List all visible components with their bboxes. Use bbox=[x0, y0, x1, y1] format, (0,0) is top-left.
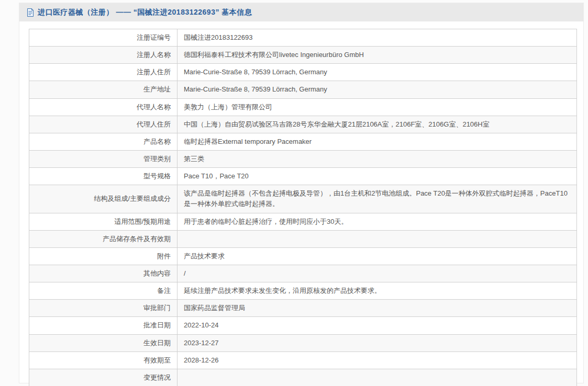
row-label: 有效期至 bbox=[29, 351, 177, 369]
table-row: 附件产品技术要求 bbox=[29, 247, 577, 265]
row-label: 产品储存条件及有效期 bbox=[29, 230, 177, 247]
table-row: 审批部门国家药品监督管理局 bbox=[29, 300, 577, 317]
row-value: 延续注册产品技术要求未发生变化，沿用原核发的产品技术要求。 bbox=[177, 282, 577, 300]
row-value: Marie-Curie-Straße 8, 79539 Lörrach, Ger… bbox=[177, 64, 577, 81]
row-value-text: 2023-12-27 bbox=[184, 339, 219, 347]
row-label: 变更情况 bbox=[29, 369, 177, 386]
row-value-text: 美敦力（上海）管理有限公司 bbox=[184, 103, 272, 111]
row-label: 结构及组成/主要组成成分 bbox=[29, 185, 177, 213]
row-label: 注册证编号 bbox=[29, 29, 177, 47]
row-value-text: 第三类 bbox=[184, 155, 204, 163]
table-row: 适用范围/预期用途用于患者的临时心脏起搏治疗，使用时间应小于30天。 bbox=[29, 213, 577, 230]
table-row: 其他内容/ bbox=[29, 265, 577, 282]
row-label-text: 注册人住所 bbox=[137, 68, 171, 76]
row-label: 代理人名称 bbox=[29, 98, 177, 116]
table-row: 产品名称临时起搏器External temporary Pacemaker bbox=[29, 133, 577, 150]
table-row: 代理人住所中国（上海）自由贸易试验区马吉路28号东华金融大厦21层2106A室，… bbox=[29, 116, 577, 133]
table-row: 注册人名称德国利福泰科工程技术有限公司livetec Ingenieurbüro… bbox=[29, 47, 577, 64]
row-label-text: 批准日期 bbox=[143, 321, 171, 329]
row-value: 2022-10-24 bbox=[177, 317, 577, 334]
row-value-text: 中国（上海）自由贸易试验区马吉路28号东华金融大厦21层2106A室，2106F… bbox=[184, 120, 490, 128]
row-value bbox=[177, 369, 577, 386]
row-value-text: Marie-Curie-Straße 8, 79539 Lörrach, Ger… bbox=[184, 85, 327, 93]
table-row: 注册证编号国械注进20183122693 bbox=[29, 29, 577, 47]
row-label-text: 审批部门 bbox=[143, 304, 171, 312]
row-value-text: 德国利福泰科工程技术有限公司livetec Ingenieurbüro GmbH bbox=[184, 51, 364, 59]
row-value: 国家药品监督管理局 bbox=[177, 300, 577, 317]
row-value: 产品技术要求 bbox=[177, 247, 577, 265]
row-label: 注册人名称 bbox=[29, 47, 177, 64]
row-value: / bbox=[177, 265, 577, 282]
row-value: Pace T10，Pace T20 bbox=[177, 168, 577, 185]
row-label-text: 型号规格 bbox=[143, 172, 171, 180]
row-value: 中国（上海）自由贸易试验区马吉路28号东华金融大厦21层2106A室，2106F… bbox=[177, 116, 577, 133]
row-value-text: Pace T10，Pace T20 bbox=[184, 172, 249, 180]
row-label-text: 管理类别 bbox=[143, 155, 171, 163]
row-value-text: 国家药品监督管理局 bbox=[184, 304, 245, 312]
row-label-text: 生效日期 bbox=[143, 339, 171, 347]
table-row: 批准日期2022-10-24 bbox=[29, 317, 577, 334]
row-label-text: 附件 bbox=[157, 252, 171, 260]
row-label: 批准日期 bbox=[29, 317, 177, 334]
row-label: 型号规格 bbox=[29, 168, 177, 185]
row-value-text: 临时起搏器External temporary Pacemaker bbox=[184, 138, 312, 145]
table-row: 结构及组成/主要组成成分该产品是临时起搏器（不包含起搏电极及导管），由1台主机和… bbox=[29, 185, 577, 213]
row-value: Marie-Curie-Straße 8, 79539 Lörrach, Ger… bbox=[177, 81, 577, 98]
row-value bbox=[177, 230, 577, 247]
row-label: 附件 bbox=[29, 247, 177, 265]
row-value-text: Marie-Curie-Straße 8, 79539 Lörrach, Ger… bbox=[184, 68, 327, 76]
row-value-text: 产品技术要求 bbox=[184, 252, 225, 260]
row-value: 该产品是临时起搏器（不包含起搏电极及导管），由1台主机和2节电池组成。Pace … bbox=[177, 185, 577, 213]
row-label-text: 产品储存条件及有效期 bbox=[103, 235, 171, 243]
row-label: 代理人住所 bbox=[29, 116, 177, 133]
table-row: 管理类别第三类 bbox=[29, 150, 577, 167]
row-value: 2028-12-26 bbox=[177, 351, 577, 369]
row-label: 产品名称 bbox=[29, 133, 177, 150]
row-label-text: 代理人名称 bbox=[137, 103, 171, 111]
registration-info-table: 注册证编号国械注进20183122693注册人名称德国利福泰科工程技术有限公司l… bbox=[29, 29, 577, 386]
row-value-text: 2022-10-24 bbox=[184, 321, 219, 329]
table-row: 产品储存条件及有效期 bbox=[29, 230, 577, 247]
row-label: 管理类别 bbox=[29, 150, 177, 167]
row-value: 临时起搏器External temporary Pacemaker bbox=[177, 133, 577, 150]
table-row: 注册人住所Marie-Curie-Straße 8, 79539 Lörrach… bbox=[29, 64, 577, 81]
row-label-text: 注册人名称 bbox=[137, 51, 171, 59]
card-body: 注册证编号国械注进20183122693注册人名称德国利福泰科工程技术有限公司l… bbox=[19, 21, 583, 386]
row-value-text: 延续注册产品技术要求未发生变化，沿用原核发的产品技术要求。 bbox=[184, 287, 381, 294]
row-value-text: 国械注进20183122693 bbox=[184, 33, 253, 41]
table-row: 生产地址Marie-Curie-Straße 8, 79539 Lörrach,… bbox=[29, 81, 577, 98]
row-value: 2023-12-27 bbox=[177, 334, 577, 351]
row-label-text: 备注 bbox=[157, 287, 171, 294]
row-label: 其他内容 bbox=[29, 265, 177, 282]
row-value-text: 2028-12-26 bbox=[184, 356, 219, 364]
row-value-text: 用于患者的临时心脏起搏治疗，使用时间应小于30天。 bbox=[184, 218, 348, 225]
row-label: 适用范围/预期用途 bbox=[29, 213, 177, 230]
table-row: 有效期至2028-12-26 bbox=[29, 351, 577, 369]
registration-info-card: 进口医疗器械（注册） —— “国械注进20183122693” 基本信息 注册证… bbox=[19, 3, 584, 383]
table-row: 生效日期2023-12-27 bbox=[29, 334, 577, 351]
table-row: 备注延续注册产品技术要求未发生变化，沿用原核发的产品技术要求。 bbox=[29, 282, 577, 300]
row-label: 生效日期 bbox=[29, 334, 177, 351]
row-value: 美敦力（上海）管理有限公司 bbox=[177, 98, 577, 116]
row-label-text: 生产地址 bbox=[143, 85, 171, 93]
row-label: 备注 bbox=[29, 282, 177, 300]
row-label: 注册人住所 bbox=[29, 64, 177, 81]
document-icon bbox=[27, 8, 34, 17]
row-label-text: 产品名称 bbox=[143, 138, 171, 145]
row-value: 德国利福泰科工程技术有限公司livetec Ingenieurbüro GmbH bbox=[177, 47, 577, 64]
row-label: 生产地址 bbox=[29, 81, 177, 98]
row-value: 第三类 bbox=[177, 150, 577, 167]
page-title: 进口医疗器械（注册） —— “国械注进20183122693” 基本信息 bbox=[38, 8, 252, 17]
row-label-text: 适用范围/预期用途 bbox=[114, 218, 171, 225]
row-label-text: 代理人住所 bbox=[137, 120, 171, 128]
row-value: 用于患者的临时心脏起搏治疗，使用时间应小于30天。 bbox=[177, 213, 577, 230]
row-label: 审批部门 bbox=[29, 300, 177, 317]
row-label-text: 结构及组成/主要组成成分 bbox=[94, 195, 171, 202]
row-label-text: 注册证编号 bbox=[137, 33, 171, 41]
row-value: 国械注进20183122693 bbox=[177, 29, 577, 47]
row-label-text: 其他内容 bbox=[143, 269, 171, 277]
row-value-text: / bbox=[184, 269, 186, 277]
table-row: 型号规格Pace T10，Pace T20 bbox=[29, 168, 577, 185]
row-label-text: 有效期至 bbox=[143, 356, 171, 364]
card-header: 进口医疗器械（注册） —— “国械注进20183122693” 基本信息 bbox=[19, 3, 583, 21]
